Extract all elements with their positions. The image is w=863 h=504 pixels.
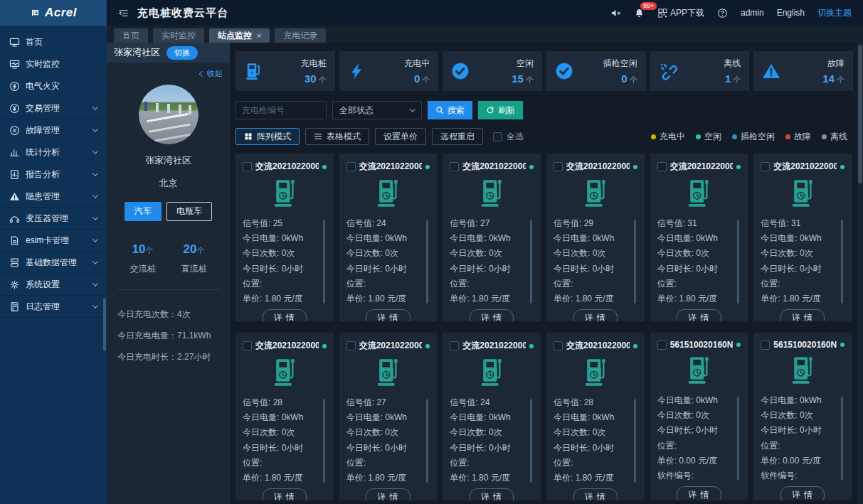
card-scrollbar-thumb[interactable] [426,399,428,483]
pile-checkbox[interactable] [554,341,563,350]
detail-button[interactable]: 详 情 [366,488,410,500]
pile-field: 位置: [554,459,631,468]
pile-card-header: 交流20210220000526 [657,161,741,173]
station-city: 北京 [107,177,230,190]
filter-row: 全部状态 搜索 刷新 [235,101,853,119]
toolbar-button-远程重启[interactable]: 远程重启 [432,128,483,145]
page-scrollbar-thumb[interactable] [858,45,862,183]
stat-count-number: 0 [621,73,627,85]
detail-button[interactable]: 详 情 [780,309,825,321]
pile-field: 位置: [657,441,735,451]
detail-button[interactable]: 详 情 [780,486,825,500]
tab-close-icon[interactable]: × [257,31,261,40]
card-scrollbar-thumb[interactable] [323,220,325,304]
sidebar-item-变压器管理[interactable]: 变压器管理 [0,208,107,230]
stat-card-label: 故障 [822,58,845,70]
station-photo [139,85,198,144]
tab-站点监控[interactable]: 站点监控× [209,28,270,43]
tab-充电记录[interactable]: 充电记录 [275,28,326,43]
sidebar-item-基础数据管理[interactable]: 基础数据管理 [0,252,107,274]
sidebar-item-实时监控[interactable]: 实时监控 [0,53,107,75]
detail-button[interactable]: 详 情 [263,309,307,321]
pile-checkbox[interactable] [450,162,459,171]
pile-checkbox[interactable] [346,341,356,350]
sidebar-item-电气火灾[interactable]: 电气火灾 [0,75,107,97]
detail-button[interactable]: 详 情 [366,309,410,321]
help-icon[interactable] [717,8,728,18]
pile-field: 今日时长: 0小时 [450,264,527,274]
chevron-down-icon [92,236,98,242]
sidebar-item-label: 日志管理 [26,301,88,313]
theme-switch-link[interactable]: 切换主题 [817,7,852,19]
pile-checkbox[interactable] [657,341,667,350]
pile-checkbox[interactable] [761,341,770,350]
sidebar-item-交易管理[interactable]: 交易管理 [0,97,107,119]
stat-card-info: 插枪空闲0 个 [603,58,637,85]
pile-checkbox[interactable] [346,162,356,171]
detail-button[interactable]: 详 情 [677,486,721,500]
collapse-menu-icon[interactable] [118,8,129,18]
sidebar-item-日志管理[interactable]: 日志管理 [0,296,107,318]
refresh-button[interactable]: 刷新 [478,101,523,119]
app-download[interactable]: APP下载 [657,7,704,19]
vehicle-tab-电瓶车[interactable]: 电瓶车 [166,202,212,221]
stat-count-unit: 个 [731,75,741,84]
tab-实时监控[interactable]: 实时监控 [153,28,204,43]
toolbar-button-阵列模式[interactable]: 阵列模式 [235,128,300,145]
card-scrollbar-thumb[interactable] [323,399,325,483]
sidebar-item-隐患管理[interactable]: 隐患管理 [0,186,107,208]
pile-title: 交流20210220000524 [773,161,837,173]
user-name[interactable]: admin [741,8,764,18]
card-scrollbar-thumb[interactable] [634,399,636,483]
language-switch[interactable]: English [777,8,805,18]
pile-checkbox[interactable] [554,162,563,171]
card-scrollbar-thumb[interactable] [634,220,636,304]
search-input[interactable] [235,101,327,119]
stat-count-unit: 个 [835,75,845,84]
sidebar-item-系统设置[interactable]: 系统设置 [0,274,107,296]
speaker-mute-icon[interactable] [610,8,621,18]
pile-checkbox[interactable] [450,341,459,350]
toolbar-button-表格模式[interactable]: 表格模式 [305,128,369,145]
tab-首页[interactable]: 首页 [114,28,148,43]
select-all[interactable]: 全选 [493,131,524,143]
collapse-panel-link[interactable]: 收起 [107,63,230,79]
pile-checkbox[interactable] [657,162,667,171]
detail-button[interactable]: 详 情 [263,488,307,500]
pile-checkbox[interactable] [761,162,770,171]
card-scrollbar-thumb[interactable] [737,397,739,481]
detail-button[interactable]: 详 情 [677,309,721,321]
detail-button[interactable]: 详 情 [470,309,514,321]
pile-checkbox[interactable] [243,341,252,350]
pile-checkbox[interactable] [243,162,252,171]
card-scrollbar-thumb[interactable] [737,220,739,304]
switch-station-button[interactable]: 切换 [166,46,198,60]
card-scrollbar-thumb[interactable] [426,220,428,304]
detail-button[interactable]: 详 情 [573,488,618,500]
vehicle-tab-汽车[interactable]: 汽车 [125,202,162,221]
sidebar-item-首页[interactable]: 首页 [0,31,107,53]
status-select[interactable]: 全部状态 [332,101,422,119]
card-scrollbar-thumb[interactable] [841,220,843,304]
select-all-checkbox[interactable] [493,132,502,141]
pile-icon-wrap [243,179,327,208]
sidebar-item-esim卡管理[interactable]: esim卡管理 [0,230,107,252]
search-button[interactable]: 搜索 [428,101,472,119]
realtime-monitor-icon [9,59,20,70]
sidebar-scrollbar[interactable] [103,298,106,351]
detail-button[interactable]: 详 情 [573,309,618,321]
sidebar-item-报告分析[interactable]: 报告分析 [0,163,107,186]
tab-label: 实时监控 [162,30,196,42]
card-scrollbar-thumb[interactable] [841,397,843,481]
sim-card-icon [9,235,20,246]
page-scrollbar[interactable] [857,43,863,504]
detail-button[interactable]: 详 情 [470,488,514,500]
content-row: 张家湾社区 切换 收起 张家湾社区 北京 汽车电瓶车 10个交流桩20个直流桩 … [107,43,863,504]
sidebar-item-故障管理[interactable]: 故障管理 [0,119,107,141]
stat-count-unit: 个 [628,75,637,84]
toolbar-button-设置单价[interactable]: 设置单价 [375,128,426,145]
card-scrollbar-thumb[interactable] [530,220,532,304]
card-scrollbar-thumb[interactable] [530,399,532,483]
notifications-bell[interactable]: 99+ [634,8,645,18]
sidebar-item-统计分析[interactable]: 统计分析 [0,141,107,163]
